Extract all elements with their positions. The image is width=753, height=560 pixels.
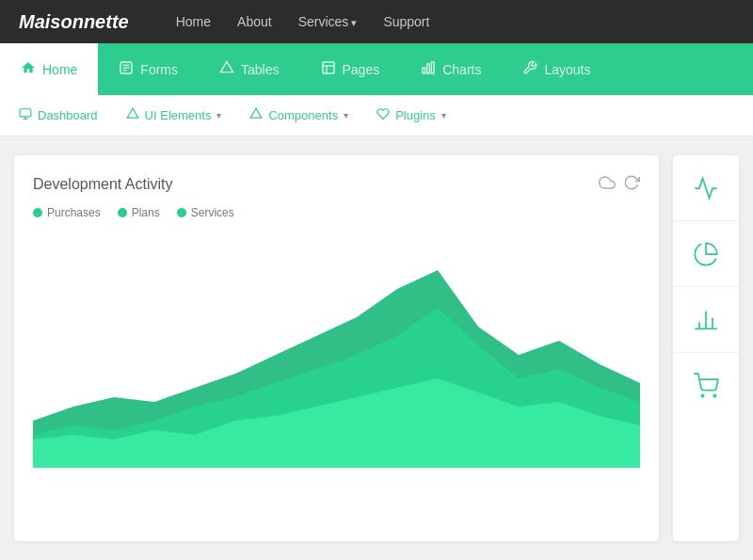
chart-area	[33, 232, 640, 468]
tab-charts[interactable]: Charts	[400, 43, 502, 95]
subnav-ui-elements[interactable]: UI Elements ▾	[126, 107, 222, 123]
components-arrow: ▾	[344, 110, 348, 120]
ui-elements-icon	[126, 107, 139, 123]
tab-layouts[interactable]: Layouts	[502, 43, 611, 95]
main-card: Development Activity Purchases Plans	[14, 155, 659, 541]
plans-dot	[118, 208, 127, 217]
svg-rect-11	[20, 109, 31, 117]
tab-forms[interactable]: Forms	[98, 43, 199, 95]
svg-point-23	[701, 394, 703, 396]
tab-home[interactable]: Home	[0, 43, 98, 95]
tab-pages[interactable]: Pages	[300, 43, 401, 95]
content-area: Development Activity Purchases Plans	[0, 136, 753, 560]
tab-tables[interactable]: Tables	[199, 43, 299, 95]
cloud-icon[interactable]	[599, 174, 616, 195]
svg-rect-5	[323, 62, 334, 73]
sidebar-cart[interactable]	[673, 353, 739, 419]
sidebar-bar-chart[interactable]	[673, 287, 739, 353]
refresh-icon[interactable]	[623, 174, 640, 195]
card-title: Development Activity	[33, 176, 173, 193]
top-nav-links: Home About Services Support	[176, 13, 430, 30]
svg-marker-14	[127, 108, 138, 118]
tab-bar: Home Forms Tables Pages Charts Layouts	[0, 43, 753, 95]
dashboard-icon	[19, 107, 32, 123]
plugins-icon	[376, 107, 390, 123]
chart-legend: Purchases Plans Services	[33, 206, 640, 219]
legend-plans: Plans	[118, 206, 160, 219]
sidebar-line-chart[interactable]	[673, 155, 739, 221]
nav-about[interactable]: About	[237, 13, 272, 30]
plugins-arrow: ▾	[441, 110, 446, 120]
ui-elements-arrow: ▾	[216, 110, 221, 120]
svg-rect-8	[423, 68, 425, 73]
subnav-dashboard[interactable]: Dashboard	[19, 107, 98, 123]
legend-purchases: Purchases	[33, 206, 101, 219]
svg-marker-4	[220, 61, 232, 72]
subnav-plugins[interactable]: Plugins ▾	[376, 107, 446, 123]
card-header: Development Activity	[33, 174, 640, 195]
purchases-dot	[33, 208, 42, 217]
services-dot	[177, 208, 186, 217]
nav-services[interactable]: Services	[298, 13, 358, 30]
sub-navbar: Dashboard UI Elements ▾ Components ▾ Plu…	[0, 95, 753, 136]
right-sidebar	[673, 155, 739, 541]
svg-marker-15	[251, 108, 263, 118]
nav-support[interactable]: Support	[383, 13, 429, 30]
forms-icon	[119, 60, 134, 79]
svg-rect-9	[427, 64, 430, 73]
top-navbar: Maisonnette Home About Services Support	[0, 0, 753, 43]
legend-services: Services	[177, 206, 234, 219]
brand-logo: Maisonnette	[19, 11, 129, 33]
card-actions	[599, 174, 640, 195]
charts-icon	[421, 60, 436, 79]
pages-icon	[321, 60, 336, 79]
home-icon	[21, 60, 36, 79]
tables-icon	[219, 60, 234, 79]
sidebar-pie-chart[interactable]	[673, 221, 739, 287]
svg-point-24	[713, 394, 715, 396]
nav-home[interactable]: Home	[176, 13, 211, 30]
layouts-icon	[522, 60, 537, 79]
svg-rect-10	[432, 62, 435, 73]
components-icon	[249, 107, 263, 123]
area-chart	[33, 232, 640, 468]
subnav-components[interactable]: Components ▾	[249, 107, 348, 123]
